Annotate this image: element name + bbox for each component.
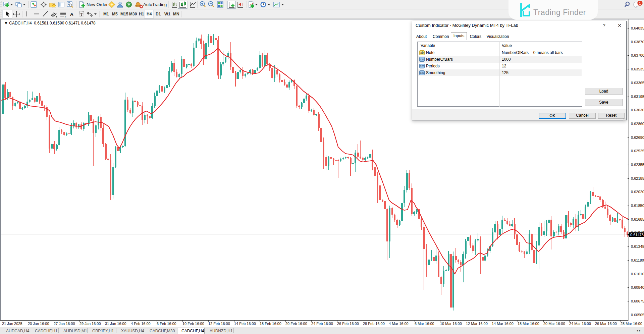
svg-text:New Order: New Order <box>87 2 108 7</box>
svg-text:H4: H4 <box>147 12 152 16</box>
svg-text:W1: W1 <box>164 12 170 16</box>
svg-text:M30: M30 <box>129 12 137 16</box>
svg-text:E: E <box>56 15 57 18</box>
svg-text:1: 1 <box>639 1 641 5</box>
svg-text:123: 123 <box>420 71 425 74</box>
svg-text:MN: MN <box>173 12 179 16</box>
svg-text:A: A <box>70 12 73 17</box>
svg-text:123: 123 <box>420 58 425 61</box>
svg-text:M15: M15 <box>120 12 128 16</box>
svg-text:M5: M5 <box>112 12 118 16</box>
svg-text:F: F <box>65 16 66 18</box>
svg-text:M1: M1 <box>103 12 109 16</box>
svg-text:T: T <box>80 12 83 17</box>
svg-text:D1: D1 <box>156 12 161 16</box>
svg-text:ab: ab <box>420 51 424 54</box>
svg-text:123: 123 <box>420 65 425 68</box>
svg-text:H1: H1 <box>139 12 144 16</box>
svg-text:AutoTrading: AutoTrading <box>143 2 167 7</box>
